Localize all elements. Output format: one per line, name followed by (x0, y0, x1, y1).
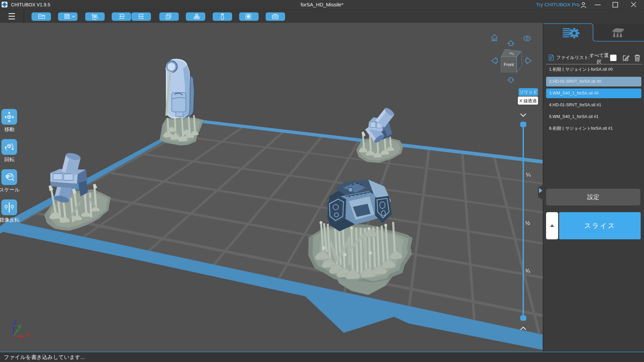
svg-text:Top: Top (509, 52, 514, 55)
svg-text:ソリッド: ソリッド (519, 89, 537, 95)
svg-text:Y: Y (17, 324, 22, 331)
svg-text:Front: Front (504, 62, 514, 67)
svg-text:¼: ¼ (526, 172, 531, 178)
svg-text:X 線透過: X 線透過 (519, 98, 536, 103)
svg-text:X: X (26, 331, 30, 339)
svg-text:Z: Z (13, 318, 17, 325)
svg-text:½: ½ (525, 220, 530, 226)
svg-text:¾: ¾ (525, 268, 530, 274)
